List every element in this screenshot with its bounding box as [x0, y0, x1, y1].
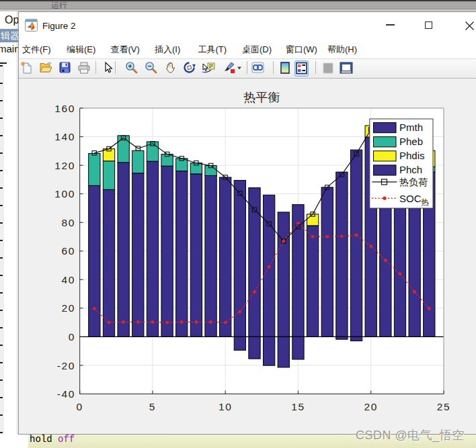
svg-text:120: 120: [54, 160, 75, 171]
svg-text:5: 5: [149, 401, 156, 412]
svg-text:20: 20: [364, 401, 377, 412]
svg-text:Pheb: Pheb: [399, 136, 423, 147]
svg-text:Phdis: Phdis: [399, 150, 425, 161]
svg-text:20: 20: [62, 302, 75, 314]
svg-text:40: 40: [62, 274, 75, 285]
svg-text:Phch: Phch: [399, 164, 422, 175]
svg-text:60: 60: [62, 245, 75, 257]
svg-text:0: 0: [69, 331, 75, 343]
svg-text:160: 160: [54, 103, 75, 114]
svg-text:140: 140: [54, 131, 75, 142]
svg-text:热负荷: 热负荷: [399, 177, 428, 187]
svg-text:-40: -40: [57, 388, 75, 400]
svg-text:10: 10: [219, 401, 232, 412]
svg-text:80: 80: [62, 217, 75, 228]
svg-text:Pmth: Pmth: [399, 122, 423, 133]
svg-text:-20: -20: [57, 360, 75, 371]
svg-text:100: 100: [54, 188, 75, 199]
svg-text:热平衡: 热平衡: [243, 91, 280, 104]
svg-text:0: 0: [77, 401, 83, 412]
svg-text:25: 25: [437, 401, 450, 412]
svg-text:15: 15: [291, 401, 305, 412]
